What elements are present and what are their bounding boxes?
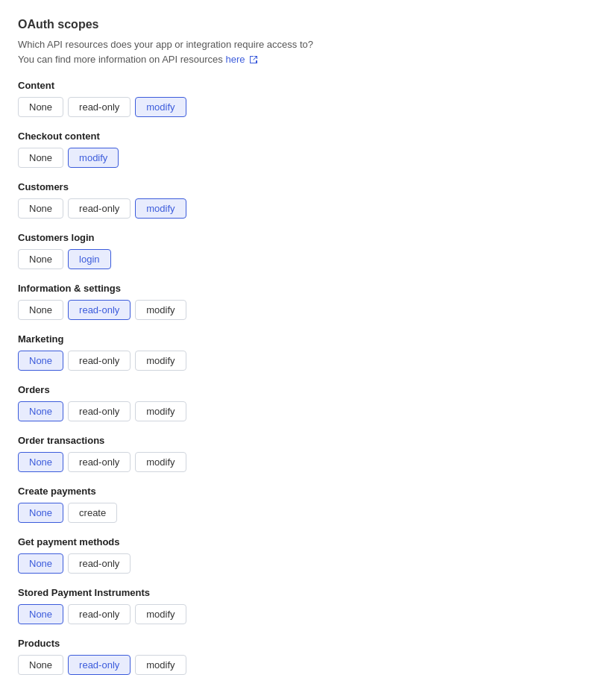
- scope-btn-order-transactions-none[interactable]: None: [18, 452, 63, 472]
- scope-btn-get-payment-methods-none[interactable]: None: [18, 553, 63, 574]
- scope-buttons-customers-login: Nonelogin: [18, 249, 598, 269]
- scope-section-checkout-content: Checkout contentNonemodify: [18, 131, 598, 168]
- scope-btn-create-payments-none[interactable]: None: [18, 503, 63, 523]
- scope-section-stored-payment-instruments: Stored Payment InstrumentsNoneread-onlym…: [18, 587, 598, 624]
- scope-section-get-payment-methods: Get payment methodsNoneread-only: [18, 536, 598, 574]
- scope-buttons-get-payment-methods: Noneread-only: [18, 553, 598, 574]
- scope-buttons-products: Noneread-onlymodify: [18, 655, 598, 675]
- api-resources-link[interactable]: here: [225, 54, 245, 65]
- scope-section-create-payments: Create paymentsNonecreate: [18, 486, 598, 523]
- scope-btn-checkout-content-modify[interactable]: modify: [68, 148, 119, 168]
- scope-btn-content-modify[interactable]: modify: [135, 97, 186, 117]
- scope-section-order-transactions: Order transactionsNoneread-onlymodify: [18, 435, 598, 472]
- scope-btn-customers-read-only[interactable]: read-only: [68, 198, 131, 219]
- scope-btn-customers-login-login[interactable]: login: [68, 249, 110, 269]
- scope-buttons-customers: Noneread-onlymodify: [18, 198, 598, 219]
- scope-label-stored-payment-instruments: Stored Payment Instruments: [18, 587, 598, 598]
- scope-label-order-transactions: Order transactions: [18, 435, 598, 446]
- scope-label-customers-login: Customers login: [18, 232, 598, 243]
- scope-btn-create-payments-create[interactable]: create: [68, 503, 117, 523]
- scope-btn-marketing-none[interactable]: None: [18, 351, 63, 371]
- scope-buttons-create-payments: Nonecreate: [18, 503, 598, 523]
- scope-buttons-orders: Noneread-onlymodify: [18, 401, 598, 421]
- scope-btn-marketing-read-only[interactable]: read-only: [68, 351, 131, 371]
- scope-btn-customers-login-none[interactable]: None: [18, 249, 63, 269]
- scope-btn-stored-payment-instruments-modify[interactable]: modify: [135, 604, 186, 624]
- scope-buttons-marketing: Noneread-onlymodify: [18, 351, 598, 371]
- scope-btn-orders-read-only[interactable]: read-only: [68, 401, 131, 421]
- scope-label-products: Products: [18, 638, 598, 649]
- scope-label-customers: Customers: [18, 181, 598, 192]
- description-line2: You can find more information on API res…: [18, 54, 223, 65]
- scope-btn-products-none[interactable]: None: [18, 655, 63, 675]
- scope-label-create-payments: Create payments: [18, 486, 598, 497]
- scope-btn-customers-none[interactable]: None: [18, 198, 63, 219]
- scope-btn-content-none[interactable]: None: [18, 97, 63, 117]
- scope-btn-stored-payment-instruments-read-only[interactable]: read-only: [68, 604, 131, 624]
- scope-btn-information-settings-none[interactable]: None: [18, 300, 63, 320]
- scope-btn-customers-modify[interactable]: modify: [135, 198, 186, 219]
- external-link-icon: [249, 55, 258, 64]
- scope-btn-get-payment-methods-read-only[interactable]: read-only: [68, 553, 131, 574]
- scope-btn-checkout-content-none[interactable]: None: [18, 148, 63, 168]
- scope-btn-marketing-modify[interactable]: modify: [135, 351, 186, 371]
- scope-section-products: ProductsNoneread-onlymodify: [18, 638, 598, 675]
- scope-label-orders: Orders: [18, 384, 598, 395]
- scope-label-marketing: Marketing: [18, 333, 598, 345]
- scope-label-get-payment-methods: Get payment methods: [18, 536, 598, 547]
- scope-btn-stored-payment-instruments-none[interactable]: None: [18, 604, 63, 624]
- scope-section-information-settings: Information & settingsNoneread-onlymodif…: [18, 283, 598, 320]
- scope-label-checkout-content: Checkout content: [18, 131, 598, 142]
- scope-section-customers-login: Customers loginNonelogin: [18, 232, 598, 269]
- scope-btn-order-transactions-read-only[interactable]: read-only: [68, 452, 131, 472]
- scope-btn-content-read-only[interactable]: read-only: [68, 97, 131, 117]
- scope-buttons-order-transactions: Noneread-onlymodify: [18, 452, 598, 472]
- scope-label-content: Content: [18, 80, 598, 91]
- scopes-container: ContentNoneread-onlymodifyCheckout conte…: [18, 80, 598, 675]
- scope-section-customers: CustomersNoneread-onlymodify: [18, 181, 598, 219]
- scope-btn-order-transactions-modify[interactable]: modify: [135, 452, 186, 472]
- page-title: OAuth scopes: [18, 18, 598, 31]
- scope-btn-products-modify[interactable]: modify: [135, 655, 186, 675]
- scope-btn-information-settings-modify[interactable]: modify: [135, 300, 186, 320]
- scope-buttons-checkout-content: Nonemodify: [18, 148, 598, 168]
- scope-btn-information-settings-read-only[interactable]: read-only: [68, 300, 131, 320]
- description-line1: Which API resources does your app or int…: [18, 39, 313, 50]
- scope-label-information-settings: Information & settings: [18, 283, 598, 294]
- scope-buttons-information-settings: Noneread-onlymodify: [18, 300, 598, 320]
- scope-btn-orders-modify[interactable]: modify: [135, 401, 186, 421]
- scope-btn-products-read-only[interactable]: read-only: [68, 655, 131, 675]
- scope-section-orders: OrdersNoneread-onlymodify: [18, 384, 598, 421]
- scope-btn-orders-none[interactable]: None: [18, 401, 63, 421]
- scope-buttons-content: Noneread-onlymodify: [18, 97, 598, 117]
- scope-buttons-stored-payment-instruments: Noneread-onlymodify: [18, 604, 598, 624]
- scope-section-marketing: MarketingNoneread-onlymodify: [18, 333, 598, 371]
- scope-section-content: ContentNoneread-onlymodify: [18, 80, 598, 117]
- description: Which API resources does your app or int…: [18, 37, 598, 66]
